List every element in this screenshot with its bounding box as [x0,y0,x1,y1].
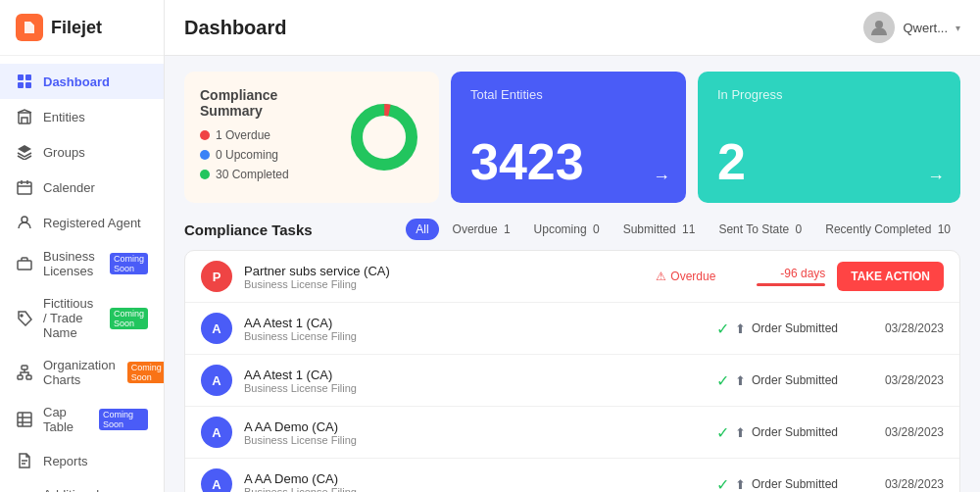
file-icon [16,452,33,469]
row-status: ✓ ⬆ Order Submitted [716,320,854,338]
chevron-down-icon: ▾ [956,23,960,33]
total-entities-card[interactable]: Total Entities 3423 → [451,72,686,203]
coming-soon-badge: Coming Soon [110,308,148,329]
filter-tab-all[interactable]: All [406,219,438,240]
svg-point-6 [22,217,27,222]
coming-soon-badge: Coming Soon [99,409,148,430]
donut-chart [345,98,423,176]
briefcase-icon [16,255,33,272]
sidebar-item-cap-table[interactable]: Cap Table Coming Soon [0,396,164,443]
upcoming-count: 0 [593,222,600,236]
row-sub: Business License Filing [244,382,705,394]
row-status: ✓ ⬆ Order Submitted [716,475,854,493]
days-text: -96 days [780,267,825,280]
row-date: 03/28/2023 [865,477,944,491]
row-status: ✓ ⬆ Order Submitted [716,371,854,390]
page-title: Dashboard [184,17,286,39]
svg-rect-11 [26,375,31,379]
row-sub: Business License Filing [244,434,705,446]
status-label: Order Submitted [752,373,838,387]
status-label: Order Submitted [752,477,838,491]
submitted-count: 11 [682,222,695,236]
filter-tab-recently-completed[interactable]: Recently Completed 10 [815,219,960,240]
row-sub: Business License Filing [244,330,705,342]
calendar-icon [16,178,33,196]
sidebar-item-dashboard[interactable]: Dashboard [0,64,164,99]
sidebar-item-calender[interactable]: Calender [0,170,164,205]
warning-icon: ⚠ [656,270,666,283]
row-name: A AA Demo (CA) [244,471,705,486]
row-info: A AA Demo (CA) Business License Filing [244,419,705,446]
row-name: AA Atest 1 (CA) [244,316,705,330]
recently-completed-count: 10 [938,222,951,236]
svg-rect-7 [18,261,31,270]
sidebar-item-label: Reports [43,454,88,468]
in-progress-value: 2 [717,136,941,187]
row-avatar: A [201,313,232,344]
diagram-icon [16,364,33,381]
overdue-status-label: Overdue [670,270,715,283]
row-date: 03/28/2023 [865,373,944,387]
submit-icon: ⬆ [735,477,746,492]
topbar: Dashboard Qwert... ▾ [165,0,980,56]
row-avatar: P [201,261,232,292]
svg-rect-3 [25,82,31,88]
submit-icon: ⬆ [735,425,746,440]
check-icon: ✓ [716,475,729,493]
filter-tab-upcoming[interactable]: Upcoming 0 [524,219,610,240]
take-action-button[interactable]: TAKE ACTION [837,262,944,291]
user-menu[interactable]: Qwert... ▾ [863,12,960,43]
dashboard-content: Compliance Summary 1 Overdue 0 Upcoming … [165,56,980,492]
entities-arrow-icon: → [653,167,670,187]
filter-tab-overdue[interactable]: Overdue 1 [443,219,520,240]
user-icon [16,214,33,231]
sidebar: Filejet Dashboard Entities Groups Calen [0,0,165,492]
legend-upcoming: 0 Upcoming [200,148,329,162]
upcoming-label: 0 Upcoming [216,148,278,162]
in-progress-card[interactable]: In Progress 2 → [698,72,960,203]
row-avatar: A [201,365,232,396]
filter-tabs: All Overdue 1 Upcoming 0 Submitted 11 Se… [406,219,960,240]
row-status: ✓ ⬆ Order Submitted [716,423,854,442]
filter-tab-sent-to-state[interactable]: Sent To State 0 [709,219,811,240]
sidebar-item-reports[interactable]: Reports [0,443,164,478]
sidebar-item-registered-agent[interactable]: Registered Agent [0,205,164,240]
days-bar-container: -96 days [727,267,825,286]
row-info: AA Atest 1 (CA) Business License Filing [244,316,705,342]
svg-rect-10 [18,375,23,379]
building-icon [16,108,33,125]
days-bar [757,283,825,286]
sidebar-item-business-licenses[interactable]: Business Licenses Coming Soon [0,240,164,287]
row-avatar: A [201,417,232,448]
sidebar-nav: Dashboard Entities Groups Calender Regis [0,56,164,492]
svg-rect-2 [18,82,24,88]
sidebar-item-entities[interactable]: Entities [0,99,164,134]
sidebar-item-label: Additional Services [43,487,148,492]
row-date: 03/28/2023 [865,321,944,335]
sidebar-item-additional-services[interactable]: Additional Services [0,478,164,492]
sent-to-state-count: 0 [796,222,803,236]
sidebar-item-org-charts[interactable]: Organization Charts Coming Soon [0,349,164,396]
sidebar-item-groups[interactable]: Groups [0,134,164,170]
compliance-legend: Compliance Summary 1 Overdue 0 Upcoming … [200,87,329,187]
row-info: Partner subs service (CA) Business Licen… [244,264,644,290]
check-icon: ✓ [716,423,729,442]
filter-tab-submitted[interactable]: Submitted 11 [613,219,706,240]
svg-point-15 [357,110,412,165]
svg-rect-9 [22,366,27,369]
table-row: A AA Atest 1 (CA) Business License Filin… [185,355,959,407]
completed-dot [200,170,210,179]
sidebar-item-label: Business Licenses [43,249,98,278]
logo-text: Filejet [51,18,102,38]
table-row: A A AA Demo (CA) Business License Filing… [185,407,959,459]
sidebar-item-label: Dashboard [43,74,110,89]
overdue-label: 1 Overdue [216,128,270,142]
status-label: Order Submitted [752,321,838,335]
check-icon: ✓ [716,371,729,390]
row-name: Partner subs service (CA) [244,264,644,278]
inprogress-arrow-icon: → [927,167,945,187]
main-content: Dashboard Qwert... ▾ Compliance Summary … [165,0,980,492]
sidebar-item-label: Groups [43,145,85,160]
svg-rect-5 [18,182,31,194]
sidebar-item-fictitious-trade[interactable]: Fictitious / Trade Name Coming Soon [0,287,164,349]
